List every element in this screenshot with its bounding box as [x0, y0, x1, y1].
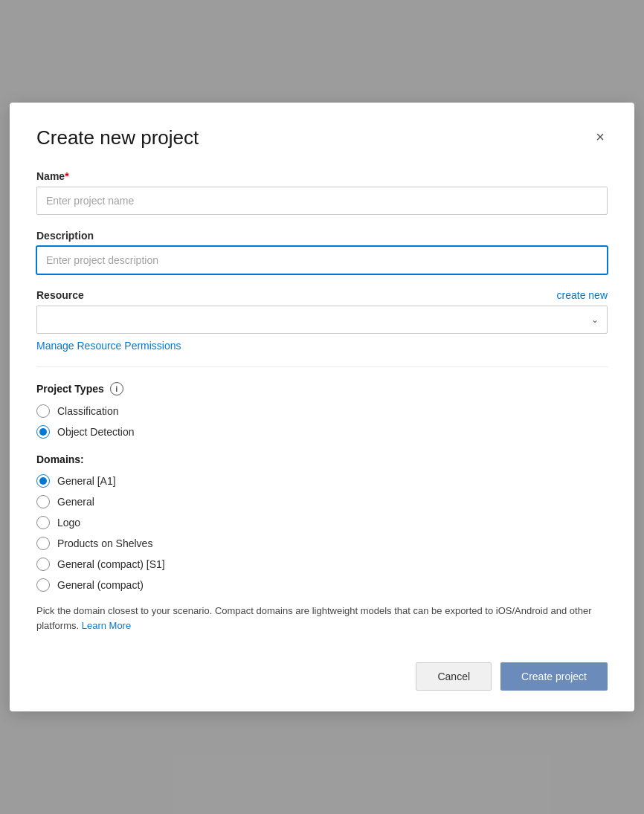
domains-title: Domains:	[36, 453, 608, 465]
general-compact-label: General (compact)	[57, 579, 144, 591]
object-detection-label: Object Detection	[57, 426, 135, 438]
domains-section: Domains: General [A1] General Logo Produ…	[36, 453, 608, 633]
resource-select[interactable]	[36, 306, 608, 334]
general-a1-label: General [A1]	[57, 475, 116, 487]
radio-option-general[interactable]: General	[36, 495, 608, 508]
cancel-button[interactable]: Cancel	[416, 662, 492, 691]
general-label: General	[57, 496, 94, 508]
general-compact-radio[interactable]	[36, 578, 50, 592]
products-on-shelves-radio[interactable]	[36, 537, 50, 550]
radio-option-logo[interactable]: Logo	[36, 516, 608, 529]
general-compact-s1-label: General (compact) [S1]	[57, 558, 165, 570]
dialog-header: Create new project ×	[36, 126, 608, 149]
name-label: Name*	[36, 170, 608, 182]
dialog-footer: Cancel Create project	[36, 662, 608, 691]
dialog-title: Create new project	[36, 126, 199, 149]
domains-radio-group: General [A1] General Logo Products on Sh…	[36, 474, 608, 592]
create-new-link[interactable]: create new	[557, 289, 608, 301]
project-types-radio-group: Classification Object Detection	[36, 404, 608, 439]
logo-label: Logo	[57, 517, 80, 529]
create-project-button[interactable]: Create project	[500, 662, 608, 691]
create-project-dialog: Create new project × Name* Description R…	[10, 103, 634, 711]
radio-option-object-detection[interactable]: Object Detection	[36, 425, 608, 439]
resource-label-row: Resource create new	[36, 289, 608, 301]
name-field-group: Name*	[36, 170, 608, 215]
help-text: Pick the domain closest to your scenario…	[36, 604, 608, 633]
project-types-section: Project Types i Classification Object De…	[36, 382, 608, 439]
radio-option-general-compact-s1[interactable]: General (compact) [S1]	[36, 558, 608, 571]
classification-radio[interactable]	[36, 404, 50, 418]
logo-radio[interactable]	[36, 516, 50, 529]
general-a1-radio[interactable]	[36, 474, 50, 488]
divider-1	[36, 366, 608, 367]
project-name-input[interactable]	[36, 187, 608, 215]
classification-label: Classification	[57, 405, 118, 417]
close-button[interactable]: ×	[593, 126, 608, 147]
general-radio[interactable]	[36, 495, 50, 508]
manage-permissions-link[interactable]: Manage Resource Permissions	[36, 340, 181, 352]
radio-option-general-compact[interactable]: General (compact)	[36, 578, 608, 592]
resource-select-wrapper: ⌄	[36, 306, 608, 334]
radio-option-products-on-shelves[interactable]: Products on Shelves	[36, 537, 608, 550]
radio-option-general-a1[interactable]: General [A1]	[36, 474, 608, 488]
products-on-shelves-label: Products on Shelves	[57, 537, 152, 549]
radio-option-classification[interactable]: Classification	[36, 404, 608, 418]
object-detection-radio[interactable]	[36, 425, 50, 439]
dialog-overlay: Create new project × Name* Description R…	[0, 0, 644, 814]
resource-field-group: Resource create new ⌄ Manage Resource Pe…	[36, 289, 608, 352]
project-description-input[interactable]	[36, 246, 608, 274]
project-types-title: Project Types i	[36, 382, 608, 395]
resource-label: Resource	[36, 289, 84, 301]
learn-more-link[interactable]: Learn More	[82, 620, 131, 631]
required-indicator: *	[65, 170, 68, 182]
project-types-info-icon[interactable]: i	[110, 382, 123, 395]
description-field-group: Description	[36, 230, 608, 274]
description-label: Description	[36, 230, 608, 242]
general-compact-s1-radio[interactable]	[36, 558, 50, 571]
